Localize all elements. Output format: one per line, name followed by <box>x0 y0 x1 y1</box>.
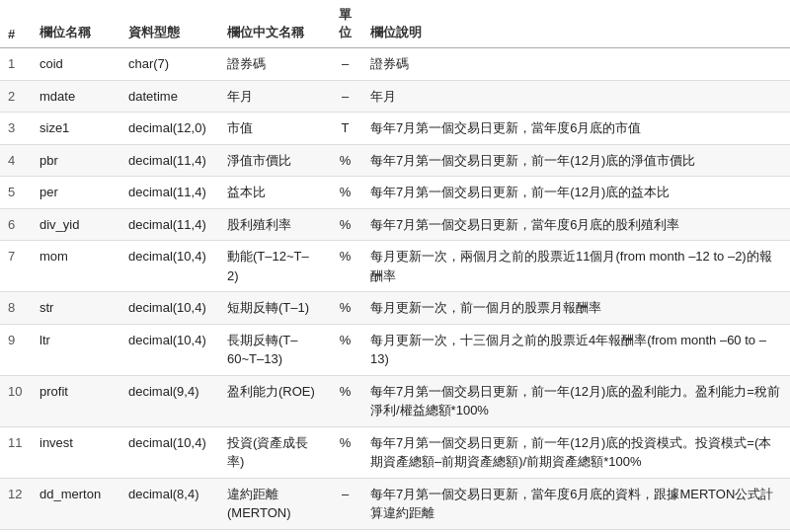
table-row: 10profitdecimal(9,4)盈利能力(ROE)%每年7月第一個交易日… <box>0 375 790 426</box>
data-table: # 欄位名稱 資料型態 欄位中文名稱 單位 欄位說明 1coidchar(7)證… <box>0 0 790 532</box>
row-description: 每年7月第一個交易日更新，前一年(12月)底的投資模式。投資模式=(本期資產總額… <box>362 426 790 478</box>
row-type: decimal(10,4) <box>120 324 219 375</box>
row-num: 12 <box>0 478 32 529</box>
row-description: 證券碼 <box>362 48 790 81</box>
row-field: profit <box>32 375 120 426</box>
row-type: datetime <box>120 80 219 113</box>
col-header-desc: 欄位說明 <box>362 0 790 48</box>
row-name-zh: 投資(資產成長率) <box>219 426 328 478</box>
row-description: 每年7月第一個交易日更新，前一年(12月)底的淨值市價比 <box>362 144 790 177</box>
row-name-zh: 市值 <box>219 113 328 145</box>
row-num: 1 <box>0 48 32 81</box>
row-unit: % <box>328 426 362 478</box>
row-description: 每年7月第一個交易日更新，當年度6月底的市值 <box>362 113 790 145</box>
row-num: 5 <box>0 177 32 209</box>
row-num: 3 <box>0 113 32 145</box>
row-unit: % <box>328 375 362 426</box>
row-type: decimal(10,4) <box>120 292 219 325</box>
row-field: size1 <box>32 113 120 145</box>
row-num: 10 <box>0 375 32 426</box>
table-row: 1coidchar(7)證券碼–證券碼 <box>0 48 790 81</box>
row-unit: – <box>328 478 362 529</box>
row-unit: % <box>328 144 362 177</box>
col-header-num: # <box>0 0 32 48</box>
row-field: div_yid <box>32 208 120 241</box>
table-row: 9ltrdecimal(10,4)長期反轉(T–60~T–13)%每月更新一次，… <box>0 324 790 375</box>
row-description: 每年7月第一個交易日更新，前一年(12月)底的益本比 <box>362 177 790 209</box>
row-field: pbr <box>32 144 120 177</box>
row-name-zh: 盈利能力(ROE) <box>219 375 328 426</box>
row-unit: % <box>328 292 362 325</box>
row-name-zh: 動能(T–12~T–2) <box>219 241 328 292</box>
row-description: 每年7月第一個交易日更新，前一年(12月)底的盈利能力。盈利能力=稅前淨利/權益… <box>362 375 790 426</box>
row-num: 8 <box>0 292 32 325</box>
row-type: decimal(11,4) <box>120 208 219 241</box>
row-name-zh: 益本比 <box>219 177 328 209</box>
row-unit: – <box>328 48 362 81</box>
row-type: decimal(12,0) <box>120 113 219 145</box>
row-type: decimal(8,4) <box>120 478 219 529</box>
row-name-zh: 淨值市價比 <box>219 144 328 177</box>
row-field: dd_merton <box>32 478 120 529</box>
row-unit: % <box>328 177 362 209</box>
row-description: 每年7月第一個交易日更新，當年度6月底的股利殖利率 <box>362 208 790 241</box>
row-field: per <box>32 177 120 209</box>
row-num: 9 <box>0 324 32 375</box>
table-header-row: # 欄位名稱 資料型態 欄位中文名稱 單位 欄位說明 <box>0 0 790 48</box>
table-row: 4pbrdecimal(11,4)淨值市價比%每年7月第一個交易日更新，前一年(… <box>0 144 790 177</box>
row-description: 每月更新一次，兩個月之前的股票近11個月(from month –12 to –… <box>362 241 790 292</box>
main-table-container: # 欄位名稱 資料型態 欄位中文名稱 單位 欄位說明 1coidchar(7)證… <box>0 0 790 532</box>
row-num: 7 <box>0 241 32 292</box>
row-unit: T <box>328 113 362 145</box>
row-type: decimal(10,4) <box>120 241 219 292</box>
row-name-zh: 證券碼 <box>219 48 328 81</box>
table-body: 1coidchar(7)證券碼–證券碼2mdatedatetime年月–年月3s… <box>0 48 790 533</box>
row-description: 年月 <box>362 80 790 113</box>
row-type: decimal(11,4) <box>120 177 219 209</box>
row-unit: % <box>328 241 362 292</box>
table-row: 2mdatedatetime年月–年月 <box>0 80 790 113</box>
row-name-zh: 短期反轉(T–1) <box>219 292 328 325</box>
row-unit: % <box>328 208 362 241</box>
row-type: decimal(10,4) <box>120 426 219 478</box>
row-field: str <box>32 292 120 325</box>
table-row: 12dd_mertondecimal(8,4)違約距離(MERTON)–每年7月… <box>0 478 790 529</box>
col-header-name-zh: 欄位中文名稱 <box>219 0 328 48</box>
table-row: 6div_yiddecimal(11,4)股利殖利率%每年7月第一個交易日更新，… <box>0 208 790 241</box>
row-type: decimal(11,4) <box>120 144 219 177</box>
table-row: 7momdecimal(10,4)動能(T–12~T–2)%每月更新一次，兩個月… <box>0 241 790 292</box>
row-field: mdate <box>32 80 120 113</box>
row-name-zh: 長期反轉(T–60~T–13) <box>219 324 328 375</box>
row-field: ltr <box>32 324 120 375</box>
row-type: char(7) <box>120 48 219 81</box>
row-num: 2 <box>0 80 32 113</box>
row-field: mom <box>32 241 120 292</box>
table-row: 8strdecimal(10,4)短期反轉(T–1)%每月更新一次，前一個月的股… <box>0 292 790 325</box>
row-description: 每月更新一次，前一個月的股票月報酬率 <box>362 292 790 325</box>
col-header-type: 資料型態 <box>120 0 219 48</box>
table-row: 3size1decimal(12,0)市值T每年7月第一個交易日更新，當年度6月… <box>0 113 790 145</box>
row-unit: – <box>328 80 362 113</box>
row-num: 4 <box>0 144 32 177</box>
row-name-zh: 年月 <box>219 80 328 113</box>
row-name-zh: 股利殖利率 <box>219 208 328 241</box>
row-field: invest <box>32 426 120 478</box>
col-header-field: 欄位名稱 <box>32 0 120 48</box>
row-description: 每年7月第一個交易日更新，當年度6月底的資料，跟據MERTON公式計算違約距離 <box>362 478 790 529</box>
table-row: 5perdecimal(11,4)益本比%每年7月第一個交易日更新，前一年(12… <box>0 177 790 209</box>
row-num: 11 <box>0 426 32 478</box>
row-name-zh: 違約距離(MERTON) <box>219 478 328 529</box>
row-description: 每月更新一次，十三個月之前的股票近4年報酬率(from month –60 to… <box>362 324 790 375</box>
row-num: 6 <box>0 208 32 241</box>
col-header-unit: 單位 <box>328 0 362 48</box>
row-unit: % <box>328 324 362 375</box>
table-row: 11investdecimal(10,4)投資(資產成長率)%每年7月第一個交易… <box>0 426 790 478</box>
row-field: coid <box>32 48 120 81</box>
row-type: decimal(9,4) <box>120 375 219 426</box>
